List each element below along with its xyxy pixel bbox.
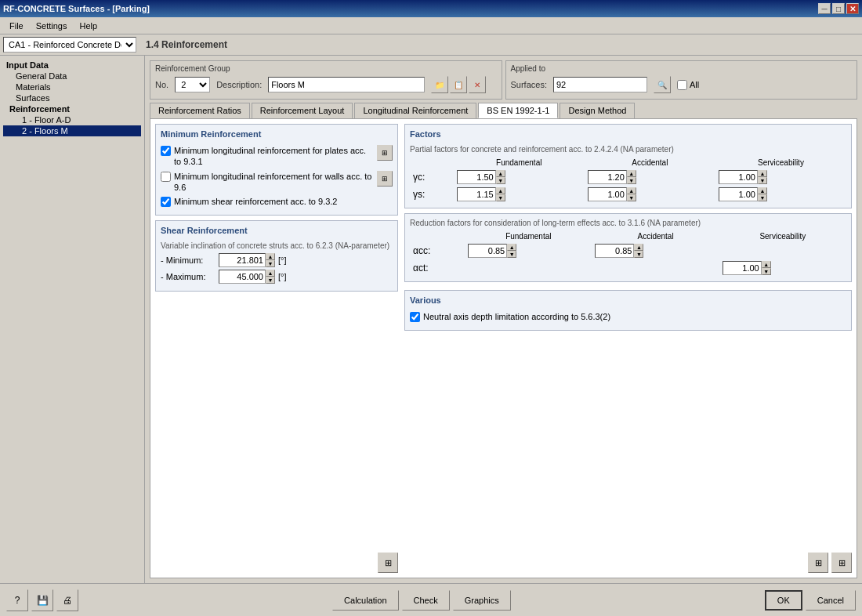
calculation-button[interactable]: Calculation xyxy=(332,590,398,611)
gamma-s-fund-down[interactable]: ▼ xyxy=(496,194,505,201)
right-info-btn-2[interactable]: ⊞ xyxy=(831,553,852,573)
sidebar-item-surfaces[interactable]: Surfaces xyxy=(3,92,141,103)
ok-button[interactable]: OK xyxy=(765,590,802,611)
shear-max-up[interactable]: ▲ xyxy=(266,270,275,277)
menu-file[interactable]: File xyxy=(3,20,30,32)
gamma-s-serv-down[interactable]: ▼ xyxy=(758,194,767,201)
alpha-cc-row: αcc: ▲▼ xyxy=(410,242,846,259)
cancel-button[interactable]: Cancel xyxy=(806,590,856,611)
sidebar-item-floor-ad[interactable]: 1 - Floor A-D xyxy=(3,114,141,125)
tab-bs-en[interactable]: BS EN 1992-1-1 xyxy=(478,103,558,118)
menu-help[interactable]: Help xyxy=(73,20,103,32)
gamma-c-fund-up[interactable]: ▲ xyxy=(496,170,505,177)
gamma-c-serv-value[interactable] xyxy=(719,170,758,184)
surfaces-input[interactable] xyxy=(553,77,647,92)
alpha-ct-label: αct: xyxy=(413,263,429,274)
shear-min-row: - Minimum: ▲ ▼ [°] xyxy=(161,253,393,267)
alpha-ct-serv-up[interactable]: ▲ xyxy=(762,261,771,268)
alpha-ct-serv-down[interactable]: ▼ xyxy=(762,268,771,275)
save-icon-btn[interactable]: 💾 xyxy=(31,589,53,611)
gamma-c-fund-value[interactable] xyxy=(457,170,496,184)
gamma-c-acc-value[interactable] xyxy=(588,170,627,184)
sidebar-item-general-data[interactable]: General Data xyxy=(3,71,141,82)
alpha-cc-acc-value[interactable] xyxy=(595,244,634,258)
gamma-c-serv-up[interactable]: ▲ xyxy=(758,170,767,177)
surfaces-select-icon-btn[interactable]: 🔍 xyxy=(654,76,671,93)
all-checkbox[interactable] xyxy=(677,80,687,90)
gamma-s-acc-value[interactable] xyxy=(588,187,627,201)
check-button[interactable]: Check xyxy=(402,590,450,611)
copy-icon-btn[interactable]: 📋 xyxy=(450,76,467,93)
alpha-cc-fund-input: ▲▼ xyxy=(468,244,589,258)
gamma-s-acc-up[interactable]: ▲ xyxy=(627,187,636,194)
module-dropdown[interactable]: CA1 - Reinforced Concrete Des xyxy=(3,37,136,53)
gamma-c-acc-up[interactable]: ▲ xyxy=(627,170,636,177)
title-bar: RF-CONCRETE Surfaces - [Parking] ─ □ ✕ xyxy=(0,0,862,17)
shear-min-down[interactable]: ▼ xyxy=(266,260,275,267)
right-info-btn-1[interactable]: ⊞ xyxy=(808,553,828,573)
alpha-ct-serv-value[interactable] xyxy=(723,261,762,275)
neutral-axis-check[interactable] xyxy=(410,312,420,322)
gamma-s-fund-up[interactable]: ▲ xyxy=(496,187,505,194)
shear-max-unit: [°] xyxy=(278,272,287,281)
description-input[interactable] xyxy=(268,77,425,92)
gamma-s-fund-value[interactable] xyxy=(457,187,496,201)
gamma-c-fund-down[interactable]: ▼ xyxy=(496,177,505,184)
window-title: RF-CONCRETE Surfaces - [Parking] xyxy=(3,4,150,13)
check-min-shear-label: Minimum shear reinforcement acc. to 9.3.… xyxy=(174,196,337,207)
col-accidental-header: Accidental xyxy=(585,157,715,168)
no-label: No. xyxy=(155,80,168,89)
tab-longitudinal-reinforcement[interactable]: Longitudinal Reinforcement xyxy=(354,103,476,118)
gamma-c-acc-down[interactable]: ▼ xyxy=(627,177,636,184)
tab-reinforcement-ratios[interactable]: Reinforcement Ratios xyxy=(150,103,250,118)
left-info-btn[interactable]: ⊞ xyxy=(378,553,398,573)
shear-min-value[interactable] xyxy=(219,253,266,267)
folder-icon-btn[interactable]: 📁 xyxy=(431,76,448,93)
gamma-s-acc-down[interactable]: ▼ xyxy=(627,194,636,201)
factors-title: Factors xyxy=(410,129,846,140)
sidebar-item-materials[interactable]: Materials xyxy=(3,82,141,92)
shear-max-down[interactable]: ▼ xyxy=(266,277,275,284)
reinforcement-no-select[interactable]: 2 xyxy=(175,77,210,92)
tab-design-method[interactable]: Design Method xyxy=(560,103,635,118)
shear-min-up[interactable]: ▲ xyxy=(266,253,275,260)
tab-reinforcement-layout[interactable]: Reinforcement Layout xyxy=(252,103,353,118)
sidebar-item-reinforcement[interactable]: Reinforcement xyxy=(3,103,141,114)
shear-reinforcement-box: Shear Reinforcement Variable inclination… xyxy=(155,220,398,292)
check-min-plates[interactable] xyxy=(161,146,171,156)
menu-settings[interactable]: Settings xyxy=(30,20,74,32)
maximize-button[interactable]: □ xyxy=(832,3,845,14)
alpha-cc-acc-up[interactable]: ▲ xyxy=(634,244,643,251)
alpha-ct-fund-cell xyxy=(465,259,592,277)
applied-to-title: Applied to xyxy=(511,64,853,73)
various-title: Various xyxy=(410,295,846,306)
alpha-cc-fund-value[interactable] xyxy=(468,244,507,258)
shear-max-value[interactable] xyxy=(219,270,266,284)
close-button[interactable]: ✕ xyxy=(846,3,859,14)
gamma-c-serv-down[interactable]: ▼ xyxy=(758,177,767,184)
alpha-cc-fund-down[interactable]: ▼ xyxy=(507,251,516,258)
gamma-s-serv-value[interactable] xyxy=(719,187,758,201)
shear-min-label: - Minimum: xyxy=(161,255,216,265)
col-fundamental-header: Fundamental xyxy=(454,157,585,168)
red-col-fundamental-header: Fundamental xyxy=(465,230,592,242)
alpha-cc-acc-down[interactable]: ▼ xyxy=(634,251,643,258)
graphics-button[interactable]: Graphics xyxy=(453,590,511,611)
gamma-s-serv-up[interactable]: ▲ xyxy=(758,187,767,194)
min-plates-icon-btn[interactable]: ⊞ xyxy=(377,145,393,161)
print-icon-btn[interactable]: 🖨 xyxy=(56,589,78,611)
help-icon-btn[interactable]: ? xyxy=(6,589,28,611)
alpha-cc-fund-up[interactable]: ▲ xyxy=(507,244,516,251)
check-min-shear[interactable] xyxy=(161,197,171,207)
factors-description: Partial factors for concrete and reinfor… xyxy=(410,145,846,154)
minimize-button[interactable]: ─ xyxy=(818,3,831,14)
check-min-walls[interactable] xyxy=(161,172,171,182)
min-walls-icon-btn[interactable]: ⊞ xyxy=(377,171,393,187)
toolbar: CA1 - Reinforced Concrete Des 1.4 Reinfo… xyxy=(0,34,862,56)
sidebar-item-floors-m[interactable]: 2 - Floors M xyxy=(3,125,141,136)
delete-icon-btn[interactable]: ✕ xyxy=(469,76,486,93)
menu-bar: File Settings Help xyxy=(0,17,862,34)
section-title: 1.4 Reinforcement xyxy=(146,39,227,50)
left-panel: Input Data General Data Materials Surfac… xyxy=(0,56,145,583)
shear-reinforcement-title: Shear Reinforcement xyxy=(161,226,393,237)
